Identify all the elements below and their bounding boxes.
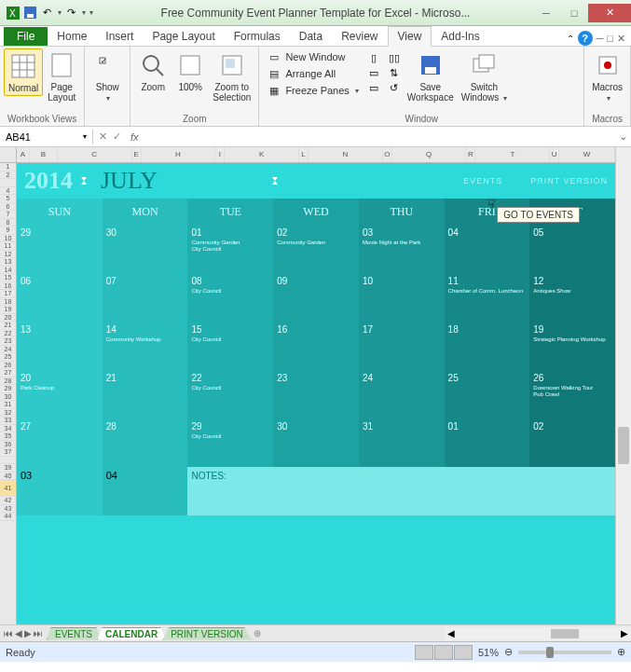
col-header[interactable]: E	[132, 147, 142, 162]
tab-home[interactable]: Home	[48, 27, 96, 46]
undo-icon[interactable]: ↶	[39, 6, 54, 21]
print-version-link[interactable]: PRINT VERSION	[530, 176, 608, 185]
window-restore-icon[interactable]: □	[607, 33, 613, 44]
new-sheet-button[interactable]: ⊕	[254, 628, 261, 638]
switch-windows-button[interactable]: Switch Windows ▾	[458, 48, 511, 105]
file-tab[interactable]: File	[4, 27, 48, 46]
row-header[interactable]: 21	[0, 322, 16, 330]
calendar-cell[interactable]: 13	[17, 322, 103, 370]
expand-formula-bar[interactable]: ⌄	[614, 130, 631, 143]
calendar-cell[interactable]: 05	[529, 225, 615, 273]
tab-page-layout[interactable]: Page Layout	[143, 27, 224, 46]
calendar-cell[interactable]: 06	[17, 273, 103, 322]
row-header[interactable]: 30	[0, 393, 16, 402]
tab-nav-prev[interactable]: ◀	[15, 628, 22, 638]
row-header[interactable]: 44	[0, 513, 16, 521]
maximize-button[interactable]: □	[560, 4, 588, 22]
row-header[interactable]: 14	[0, 267, 16, 275]
zoom-out-button[interactable]: ⊖	[504, 646, 513, 658]
cancel-formula-icon[interactable]: ✕	[99, 130, 107, 143]
hide-icon[interactable]: ▭	[366, 65, 381, 80]
tab-formulas[interactable]: Formulas	[225, 27, 290, 46]
calendar-cell[interactable]: 04	[103, 467, 188, 515]
close-button[interactable]: ✕	[588, 4, 631, 22]
col-header[interactable]: N	[309, 147, 383, 162]
split-icon[interactable]: ▯	[366, 50, 381, 65]
page-layout-button[interactable]: Page Layout	[43, 48, 80, 104]
calendar-cell[interactable]: 14Community Workshop	[103, 322, 188, 370]
row-header[interactable]: 42	[0, 497, 16, 505]
row-header[interactable]: 32	[0, 409, 16, 418]
qat-customize[interactable]: ▾	[89, 8, 93, 17]
col-header[interactable]: T	[475, 147, 550, 162]
row-header[interactable]: 33	[0, 417, 16, 425]
calendar-cell[interactable]: 30	[103, 225, 188, 273]
col-header[interactable]: K	[225, 147, 299, 162]
row-header[interactable]: 1	[0, 163, 16, 171]
row-header[interactable]: 10	[0, 235, 16, 243]
window-close-icon[interactable]: ✕	[617, 33, 625, 45]
tab-review[interactable]: Review	[332, 27, 387, 46]
save-workspace-button[interactable]: Save Workspace	[404, 48, 458, 104]
calendar-cell[interactable]: 12Antiques Show	[529, 273, 615, 322]
calendar-cell[interactable]: 03Movie Night at the Park	[359, 225, 445, 273]
col-header[interactable]: I	[215, 147, 225, 162]
row-header[interactable]: 18	[0, 298, 16, 307]
calendar-cell[interactable]: 27	[17, 418, 103, 467]
row-header[interactable]: 23	[0, 337, 16, 346]
calendar-cell[interactable]: 29City Council	[187, 418, 273, 467]
calendar-cell[interactable]: 23	[273, 370, 359, 418]
events-link[interactable]: EVENTS	[463, 176, 502, 185]
calendar-cell[interactable]: 20Park Cleanup	[17, 370, 103, 418]
help-icon[interactable]: ?	[578, 31, 593, 46]
calendar-cell[interactable]: 01Community GardenCity Council	[187, 225, 273, 273]
calendar-cell[interactable]: 02	[529, 418, 615, 467]
row-header[interactable]: 2	[0, 171, 16, 180]
calendar-cell[interactable]: 09	[273, 273, 359, 322]
calendar-cell[interactable]: 26Downtown Walking TourPub Crawl	[529, 370, 615, 418]
calendar-cell[interactable]: 21	[103, 370, 188, 418]
row-header[interactable]: 22	[0, 330, 16, 338]
col-header[interactable]: Q	[392, 147, 467, 162]
calendar-cell[interactable]: 30	[273, 418, 359, 467]
row-header[interactable]: 26	[0, 362, 16, 370]
calendar-cell[interactable]: 29	[17, 225, 103, 273]
row-header[interactable]: 43	[0, 505, 16, 514]
calendar-cell[interactable]: 31	[359, 418, 445, 467]
row-header[interactable]: 29	[0, 385, 16, 393]
calendar-cell[interactable]: 28	[103, 418, 188, 467]
col-header[interactable]: R	[466, 147, 475, 162]
calendar-cell[interactable]: 01	[445, 418, 530, 467]
col-header[interactable]: L	[299, 147, 309, 162]
row-header[interactable]: 34	[0, 425, 16, 433]
calendar-cell[interactable]: 08City Council	[187, 273, 273, 322]
calendar-cell[interactable]: 22City Council	[187, 370, 273, 418]
row-header[interactable]: 15	[0, 274, 16, 282]
sheet-tab-print-version[interactable]: PRINT VERSION	[162, 627, 252, 640]
row-header[interactable]: 39	[0, 464, 16, 473]
row-header[interactable]: 40	[0, 473, 16, 481]
tab-data[interactable]: Data	[290, 27, 332, 46]
redo-icon[interactable]: ↷	[63, 6, 78, 21]
calendar-cell[interactable]: 02Community Garden	[273, 225, 359, 273]
tab-nav-next[interactable]: ▶	[24, 628, 32, 638]
row-header[interactable]: 13	[0, 258, 16, 267]
page-layout-view-icon[interactable]	[434, 645, 453, 660]
save-icon[interactable]	[22, 6, 37, 21]
tab-nav-last[interactable]: ⏭	[34, 628, 43, 638]
row-header[interactable]: 28	[0, 377, 16, 386]
window-minimize-icon[interactable]: ─	[597, 33, 604, 44]
row-header[interactable]: 20	[0, 314, 16, 322]
page-break-view-icon[interactable]	[454, 645, 473, 660]
row-header[interactable]: 36	[0, 441, 16, 449]
row-header[interactable]: 24	[0, 346, 16, 354]
tab-add-ins[interactable]: Add-Ins	[432, 27, 488, 46]
row-header[interactable]: 41	[0, 480, 16, 497]
row-header[interactable]: 9	[0, 226, 16, 235]
row-header[interactable]	[0, 179, 16, 187]
row-header[interactable]: 37	[0, 448, 16, 457]
col-header[interactable]: H	[142, 147, 216, 162]
row-header[interactable]: 25	[0, 353, 16, 362]
zoom-in-button[interactable]: ⊕	[617, 646, 625, 658]
name-box[interactable]: AB41▾	[0, 130, 93, 144]
